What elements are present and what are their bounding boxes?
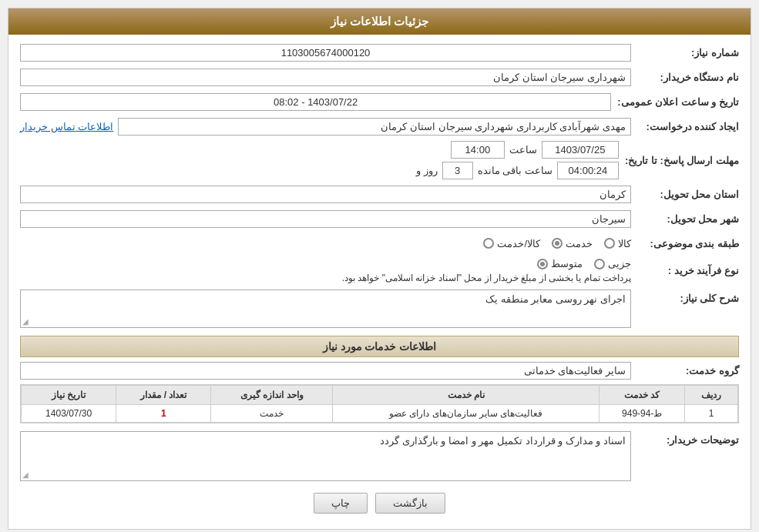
roz-label: روز و bbox=[416, 165, 438, 176]
ijad-konande-label: ایجاد کننده درخواست: bbox=[631, 121, 739, 132]
tosih-value: اسناد و مدارک و قرارداد تکمیل مهر و امضا… bbox=[20, 431, 631, 481]
tarikh-input: 1403/07/22 - 08:02 bbox=[20, 93, 611, 111]
nam-dastgah-label: نام دستگاه خریدار: bbox=[631, 72, 739, 83]
atr-contact-link[interactable]: اطلاعات تماس خریدار bbox=[20, 121, 113, 132]
cell-radif: 1 bbox=[685, 405, 738, 423]
mohlat-saat-input: 14:00 bbox=[451, 141, 505, 159]
cell-vahed: خدمت bbox=[211, 405, 333, 423]
services-table: ردیف کد خدمت نام خدمت واحد اندازه گیری ت… bbox=[21, 385, 738, 423]
sharh-kolli-input: اجرای نهر روسی معابر منطقه یک ◢ bbox=[20, 289, 631, 328]
col-nam: نام خدمت bbox=[333, 386, 599, 405]
grouh-khadamat-row: گروه خدمت: سایر فعالیت‌های خدماتی bbox=[20, 362, 739, 380]
mohlat-roz-input: 3 bbox=[442, 162, 473, 179]
mohlat-value: 1403/07/25 ساعت 14:00 04:00:24 ساعت باقی… bbox=[20, 141, 619, 179]
shahr-input: سیرجان bbox=[20, 210, 631, 228]
radio-jozii[interactable]: جزیی bbox=[594, 258, 631, 269]
ostan-row: استان محل تحویل: کرمان bbox=[20, 184, 739, 204]
cell-kod: ط-94-949 bbox=[599, 405, 685, 423]
tarikh-value: 1403/07/22 - 08:02 bbox=[20, 93, 611, 111]
radio-jozii-circle[interactable] bbox=[594, 259, 605, 269]
ijad-konande-row: ایجاد کننده درخواست: مهدی شهرآبادی کاربر… bbox=[20, 116, 739, 136]
services-table-container: ردیف کد خدمت نام خدمت واحد اندازه گیری ت… bbox=[20, 384, 739, 423]
sharh-kolli-text: اجرای نهر روسی معابر منطقه یک bbox=[485, 293, 626, 305]
cell-tarikh: 1403/07/30 bbox=[22, 405, 116, 423]
saat-label: ساعت bbox=[509, 144, 537, 156]
radio-kala-khadamat-label: کالا/خدمت bbox=[497, 238, 540, 249]
mohlat-label: مهلت ارسال پاسخ: تا تاریخ: bbox=[619, 155, 739, 166]
shomare-niaz-value: 1103005674000120 bbox=[20, 44, 631, 62]
radio-kala-label: کالا bbox=[618, 238, 631, 249]
cell-nam: فعالیت‌های سایر سازمان‌های دارای عضو bbox=[333, 405, 599, 423]
radio-khadamat-label: خدمت bbox=[566, 238, 593, 249]
shahr-label: شهر محل تحویل: bbox=[631, 213, 739, 225]
resize-handle: ◢ bbox=[22, 317, 29, 326]
noe-farayand-value: جزیی متوسط پرداخت تمام یا بخشی از مبلغ خ… bbox=[20, 258, 631, 283]
col-tarikh: تاریخ نیاز bbox=[22, 386, 116, 405]
grouh-khadamat-value: سایر فعالیت‌های خدماتی bbox=[20, 362, 631, 380]
ostan-label: استان محل تحویل: bbox=[631, 189, 739, 200]
tabqe-value: کالا خدمت کالا/خدمت bbox=[20, 238, 631, 249]
tosih-input: اسناد و مدارک و قرارداد تکمیل مهر و امضا… bbox=[20, 431, 631, 481]
tosih-resize-handle: ◢ bbox=[22, 470, 29, 479]
mohlat-row: مهلت ارسال پاسخ: تا تاریخ: 1403/07/25 سا… bbox=[20, 141, 739, 179]
page-wrapper: جزئیات اطلاعات نیاز شماره نیاز: 11030056… bbox=[0, 0, 759, 532]
nam-dastgah-row: نام دستگاه خریدار: شهرداری سیرجان استان … bbox=[20, 67, 739, 87]
main-container: جزئیات اطلاعات نیاز شماره نیاز: 11030056… bbox=[8, 8, 751, 530]
radio-khadamat-circle[interactable] bbox=[552, 238, 563, 249]
mohlat-baghimande-input: 04:00:24 bbox=[557, 162, 619, 179]
col-tedad: تعداد / مقدار bbox=[116, 386, 211, 405]
content-area: شماره نیاز: 1103005674000120 نام دستگاه … bbox=[8, 35, 751, 529]
grouh-khadamat-input: سایر فعالیت‌های خدماتی bbox=[20, 362, 631, 380]
radio-mottavasset[interactable]: متوسط bbox=[537, 258, 583, 269]
table-header-row: ردیف کد خدمت نام خدمت واحد اندازه گیری ت… bbox=[22, 386, 738, 405]
radio-jozii-label: جزیی bbox=[608, 258, 631, 269]
page-header: جزئیات اطلاعات نیاز bbox=[8, 8, 751, 35]
col-radif: ردیف bbox=[685, 386, 738, 405]
sharh-kolli-label: شرح کلی نیاز: bbox=[631, 289, 739, 304]
tosih-row: توضیحات خریدار: اسناد و مدارک و قرارداد … bbox=[20, 431, 739, 481]
print-button[interactable]: چاپ bbox=[314, 493, 368, 514]
radio-kala[interactable]: کالا bbox=[604, 238, 631, 249]
sharh-kolli-row: شرح کلی نیاز: اجرای نهر روسی معابر منطقه… bbox=[20, 289, 739, 328]
tabqe-row: طبقه بندی موضوعی: کالا خدمت کالا/خدمت bbox=[20, 233, 739, 253]
radio-kala-khadamat-circle[interactable] bbox=[483, 238, 494, 249]
button-row: بازگشت چاپ bbox=[20, 493, 739, 514]
radio-khadamat[interactable]: خدمت bbox=[552, 238, 593, 249]
services-section-header: اطلاعات خدمات مورد نیاز bbox=[20, 336, 739, 357]
noe-farayand-note: پرداخت تمام یا بخشی از مبلغ خریدار از مح… bbox=[20, 273, 631, 283]
shahr-row: شهر محل تحویل: سیرجان bbox=[20, 209, 739, 229]
col-vahed: واحد اندازه گیری bbox=[211, 386, 333, 405]
ijad-konande-input: مهدی شهرآبادی کاربرداری شهرداری سیرجان ا… bbox=[118, 118, 631, 136]
radio-kala-circle[interactable] bbox=[604, 238, 615, 249]
nam-dastgah-input: شهرداری سیرجان استان کرمان bbox=[20, 69, 631, 86]
mohlat-date-input: 1403/07/25 bbox=[542, 141, 619, 159]
page-title: جزئیات اطلاعات نیاز bbox=[331, 15, 428, 28]
noe-farayand-row: نوع فرآیند خرید : جزیی متوسط bbox=[20, 258, 739, 283]
ostan-value: کرمان bbox=[20, 186, 631, 203]
sharh-kolli-value: اجرای نهر روسی معابر منطقه یک ◢ bbox=[20, 289, 631, 328]
radio-mottavasset-circle[interactable] bbox=[537, 259, 548, 269]
tabqe-label: طبقه بندی موضوعی: bbox=[631, 238, 739, 249]
tosih-label: توضیحات خریدار: bbox=[631, 431, 739, 446]
nam-dastgah-value: شهرداری سیرجان استان کرمان bbox=[20, 69, 631, 86]
tarikh-row: تاریخ و ساعت اعلان عمومی: 1403/07/22 - 0… bbox=[20, 92, 739, 112]
radio-mottavasset-label: متوسط bbox=[551, 258, 583, 269]
ostan-input: کرمان bbox=[20, 186, 631, 203]
shomare-niaz-input: 1103005674000120 bbox=[20, 44, 631, 62]
tarikh-label: تاریخ و ساعت اعلان عمومی: bbox=[611, 96, 739, 108]
grouh-khadamat-label: گروه خدمت: bbox=[631, 365, 739, 376]
cell-tedad: 1 bbox=[116, 405, 211, 423]
table-row: 1 ط-94-949 فعالیت‌های سایر سازمان‌های دا… bbox=[22, 405, 738, 423]
col-kod: کد خدمت bbox=[599, 386, 685, 405]
shahr-value: سیرجان bbox=[20, 210, 631, 228]
back-button[interactable]: بازگشت bbox=[375, 493, 445, 514]
tosih-text: اسناد و مدارک و قرارداد تکمیل مهر و امضا… bbox=[380, 435, 626, 447]
radio-kala-khadamat[interactable]: کالا/خدمت bbox=[483, 238, 540, 249]
noe-farayand-label: نوع فرآیند خرید : bbox=[631, 265, 739, 276]
baghimande-label: ساعت باقی مانده bbox=[478, 165, 552, 176]
ijad-konande-value: مهدی شهرآبادی کاربرداری شهرداری سیرجان ا… bbox=[20, 118, 631, 136]
shomare-niaz-label: شماره نیاز: bbox=[631, 47, 739, 59]
shomare-niaz-row: شماره نیاز: 1103005674000120 bbox=[20, 42, 739, 62]
